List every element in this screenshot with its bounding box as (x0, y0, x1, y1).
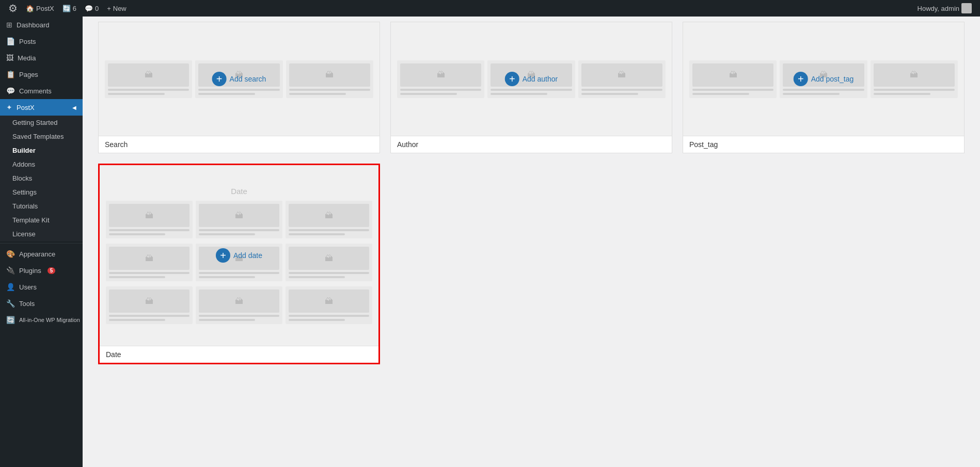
submenu-blocks[interactable]: Blocks (0, 171, 83, 185)
mock-line-short (289, 233, 345, 235)
mock-line-short (198, 93, 255, 95)
admin-bar: ⚙ 🏠 PostX 🔄 6 💬 0 + New Howdy, admin (0, 0, 980, 17)
wp-logo-item[interactable]: ⚙ (4, 0, 22, 17)
updates-icon: 🔄 (62, 5, 71, 12)
sidebar-item-pages[interactable]: 📋 Pages (0, 66, 83, 83)
mock-line-short (199, 233, 255, 235)
mock-line-short (109, 233, 165, 235)
sidebar-item-tools[interactable]: 🔧 Tools (0, 295, 83, 312)
card-post-tag: 🏔 🏔 🏔 (683, 22, 965, 153)
mock-line (199, 315, 279, 317)
sidebar-label-comments: Comments (19, 87, 52, 95)
tools-icon: 🔧 (6, 299, 15, 308)
sidebar-item-dashboard[interactable]: ⊞ Dashboard (0, 17, 83, 33)
mock-line-short (199, 276, 255, 278)
sidebar-item-media[interactable]: 🖼 Media (0, 50, 83, 66)
add-author-button[interactable]: + Add author (505, 72, 558, 86)
submenu-builder[interactable]: Builder (0, 143, 83, 157)
mock-image-icon: 🏔 (692, 63, 773, 87)
mock-line (109, 229, 189, 231)
avatar (961, 3, 972, 13)
comments-count: 0 (95, 5, 99, 12)
mock-line (199, 272, 279, 274)
mock-image-icon: 🏔 (108, 63, 189, 87)
submenu-getting-started[interactable]: Getting Started (0, 116, 83, 130)
submenu-settings[interactable]: Settings (0, 185, 83, 199)
mock-post: 🏔 (196, 286, 282, 324)
submenu-tutorials[interactable]: Tutorials (0, 199, 83, 213)
posts-icon: 📄 (6, 37, 15, 45)
mock-line-short (109, 319, 165, 321)
postx-arrow: ◀ (72, 105, 76, 110)
mock-image-icon: 🏔 (289, 63, 370, 87)
mock-line-short (289, 276, 345, 278)
mock-line (199, 229, 279, 231)
add-date-button[interactable]: + Add date (216, 248, 262, 263)
add-search-label: Add search (230, 75, 266, 83)
sidebar-item-comments[interactable]: 💬 Comments (0, 83, 83, 99)
sidebar-item-postx[interactable]: ✦ PostX ◀ (0, 99, 83, 116)
add-search-button[interactable]: + Add search (212, 72, 266, 86)
sidebar-label-allinone: All-in-One WP Migration (19, 316, 80, 324)
add-author-label: Add author (523, 75, 558, 83)
submenu-license[interactable]: License (0, 227, 83, 241)
mock-line-short (783, 93, 840, 95)
card-date: Date 🏔 🏔 🏔 (98, 164, 380, 364)
add-post-tag-label: Add post_tag (811, 75, 854, 83)
mock-image-icon: 🏔 (581, 63, 662, 87)
updates-item[interactable]: 🔄 6 (58, 0, 81, 17)
comments-item[interactable]: 💬 0 (81, 0, 103, 17)
sidebar-label-postx: PostX (17, 104, 35, 111)
mock-image-icon: 🏔 (109, 247, 189, 270)
sidebar-label-posts: Posts (19, 38, 36, 45)
mock-line (198, 89, 279, 91)
sidebar-item-allinone[interactable]: 🔄 All-in-One WP Migration (0, 312, 83, 328)
howdy-label: Howdy, admin (918, 5, 959, 12)
plugins-badge: 5 (48, 267, 56, 274)
submenu-addons[interactable]: Addons (0, 157, 83, 171)
card-author: 🏔 🏔 🏔 (390, 22, 672, 153)
sidebar-separator-1 (0, 243, 83, 244)
mock-post: 🏔 (578, 60, 666, 98)
mock-line (692, 89, 773, 91)
mock-line (108, 89, 189, 91)
postx-icon: ✦ (6, 103, 12, 111)
mock-image-icon: 🏔 (199, 289, 279, 313)
add-circle-icon: + (794, 72, 808, 86)
sidebar-item-appearance[interactable]: 🎨 Appearance (0, 246, 83, 262)
add-post-tag-button[interactable]: + Add post_tag (794, 72, 854, 86)
sidebar-label-pages: Pages (19, 71, 38, 78)
main-layout: ⊞ Dashboard 📄 Posts 🖼 Media 📋 Pages 💬 Co… (0, 17, 980, 467)
sidebar-item-users[interactable]: 👤 Users (0, 279, 83, 295)
sidebar-item-plugins[interactable]: 🔌 Plugins 5 (0, 262, 83, 279)
mock-image-icon: 🏔 (289, 289, 369, 313)
add-circle-icon: + (212, 72, 227, 86)
howdy-item[interactable]: Howdy, admin (913, 0, 976, 17)
mock-line (581, 89, 662, 91)
mock-image-icon: 🏔 (289, 247, 369, 270)
admin-bar-left: ⚙ 🏠 PostX 🔄 6 💬 0 + New (4, 0, 913, 17)
pages-icon: 📋 (6, 70, 15, 78)
new-item[interactable]: + New (103, 0, 131, 17)
mock-line-short (109, 276, 165, 278)
add-circle-icon: + (216, 248, 230, 263)
mock-line (400, 89, 481, 91)
mock-post: 🏔 (286, 60, 373, 98)
mock-line-short (491, 93, 547, 95)
sidebar: ⊞ Dashboard 📄 Posts 🖼 Media 📋 Pages 💬 Co… (0, 17, 83, 467)
mock-line-short (692, 93, 749, 95)
mock-post: 🏔 (286, 286, 372, 324)
wp-logo-icon: ⚙ (8, 2, 18, 14)
sidebar-label-users: Users (19, 283, 37, 291)
new-label: New (113, 5, 127, 12)
mock-post: 🏔 (286, 201, 372, 238)
card-author-preview: 🏔 🏔 🏔 (391, 22, 672, 136)
sidebar-item-posts[interactable]: 📄 Posts (0, 33, 83, 50)
site-name-item[interactable]: 🏠 PostX (22, 0, 58, 17)
submenu-template-kit[interactable]: Template Kit (0, 213, 83, 227)
mock-image-icon: 🏔 (874, 63, 955, 87)
submenu-saved-templates[interactable]: Saved Templates (0, 130, 83, 143)
card-date-title: Date (231, 187, 247, 196)
plugins-icon: 🔌 (6, 266, 15, 275)
plus-icon: + (107, 5, 111, 12)
